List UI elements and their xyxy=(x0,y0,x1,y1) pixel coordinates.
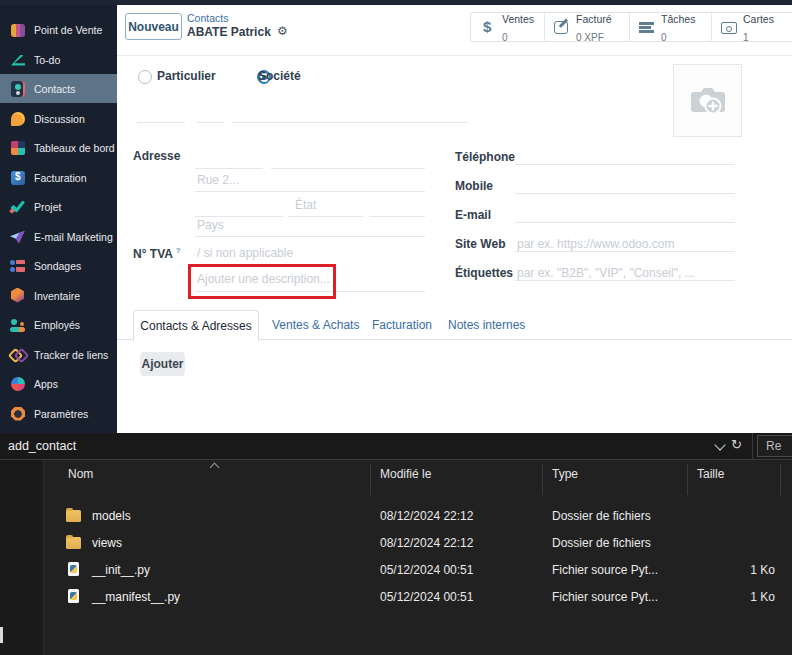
tab-ventes-achats[interactable]: Ventes & Achats xyxy=(272,318,359,332)
sidebar-item-label: Discussion xyxy=(34,113,85,125)
name-extra-input[interactable] xyxy=(197,108,224,123)
sidebar-item-projet[interactable]: Projet xyxy=(0,192,117,221)
sidebar-item-facturation[interactable]: Facturation xyxy=(0,163,117,192)
todo-icon xyxy=(10,52,26,68)
file-modified: 08/12/2024 22:12 xyxy=(380,509,473,523)
name-extra-input-2[interactable] xyxy=(232,108,468,123)
sidebar-item-apps[interactable]: Apps xyxy=(0,369,117,398)
vat-help-badge[interactable]: ? xyxy=(176,246,181,255)
sidebar-item-label: To-do xyxy=(34,54,60,66)
sort-ascending-icon[interactable] xyxy=(210,463,220,473)
sidebar-item-label: Point de Vente xyxy=(34,24,102,36)
city-input[interactable] xyxy=(195,202,283,217)
mobile-label: Mobile xyxy=(455,179,493,193)
sidebar-item-label: Sondages xyxy=(34,260,81,272)
mobile-input[interactable] xyxy=(515,179,735,194)
website-input[interactable] xyxy=(515,237,735,252)
stat-value: 1 xyxy=(743,32,749,43)
zip-input[interactable] xyxy=(369,202,425,217)
sidebar-item-sondages[interactable]: Sondages xyxy=(0,251,117,280)
file-name: __init__.py xyxy=(92,563,150,577)
invoicing-icon xyxy=(10,170,26,186)
tab-contacts-adresses[interactable]: Contacts & Adresses xyxy=(133,310,259,341)
search-input[interactable]: Re xyxy=(757,435,792,457)
contact-photo-placeholder[interactable] xyxy=(673,64,742,137)
sidebar-item-employes[interactable]: Employés xyxy=(0,310,117,339)
column-header-type[interactable]: Type xyxy=(552,467,578,481)
address-label: Adresse xyxy=(133,149,180,163)
country-input[interactable] xyxy=(195,222,425,237)
stat-label: Facturé xyxy=(576,13,612,25)
column-divider[interactable] xyxy=(687,464,688,495)
new-button[interactable]: Nouveau xyxy=(125,13,182,40)
email-input[interactable] xyxy=(515,208,735,223)
addressbar-separator xyxy=(752,433,753,459)
file-row-manifest[interactable]: __manifest__.py 05/12/2024 00:51 Fichier… xyxy=(43,583,792,610)
website-label: Site Web xyxy=(455,237,505,251)
add-button[interactable]: Ajouter xyxy=(140,352,185,376)
file-row-init[interactable]: __init__.py 05/12/2024 00:51 Fichier sou… xyxy=(43,556,792,583)
point-of-sale-icon xyxy=(10,22,26,38)
sidebar-item-parametres[interactable]: Paramètres xyxy=(0,399,117,428)
address-path[interactable]: add_contact xyxy=(8,439,76,453)
sidebar-item-label: Inventaire xyxy=(34,290,80,302)
settings-icon xyxy=(10,406,26,422)
column-header-nom[interactable]: Nom xyxy=(68,467,93,481)
stat-facture[interactable]: Facturé0 XPF xyxy=(545,13,630,41)
discussion-icon xyxy=(10,111,26,127)
vat-label: N° TVA ? xyxy=(133,246,181,261)
sidebar-item-point-de-vente[interactable]: Point de Vente xyxy=(0,15,117,44)
file-explorer: add_contact Re Nom Modifié le Type Taill… xyxy=(0,433,792,655)
column-divider[interactable] xyxy=(370,464,371,495)
file-modified: 05/12/2024 00:51 xyxy=(380,590,473,604)
sidebar-item-tracker-de-liens[interactable]: Tracker de liens xyxy=(0,340,117,369)
tab-notes-internes[interactable]: Notes internes xyxy=(448,318,525,332)
email-marketing-icon xyxy=(10,229,26,245)
breadcrumb-app[interactable]: Contacts xyxy=(187,12,228,24)
radio-societe-label[interactable]: Société xyxy=(258,69,301,83)
odoo-main-area: Nouveau Contacts ABATE Patrick Ventes0 F… xyxy=(117,5,792,433)
stat-cartes[interactable]: Cartes1 xyxy=(712,13,792,41)
street2-input[interactable] xyxy=(195,177,425,192)
sidebar-item-inventaire[interactable]: Inventaire xyxy=(0,281,117,310)
state-input[interactable] xyxy=(288,202,363,217)
tags-input[interactable] xyxy=(515,266,735,281)
sidebar-item-tableaux-de-bord[interactable]: Tableaux de bord xyxy=(0,133,117,162)
tab-facturation[interactable]: Facturation xyxy=(372,318,432,332)
email-label: E-mail xyxy=(455,208,491,222)
column-header-modifie[interactable]: Modifié le xyxy=(380,467,431,481)
company-name-input[interactable] xyxy=(137,108,185,123)
window-edge-highlight xyxy=(0,627,3,643)
camera-add-icon xyxy=(689,85,727,117)
sidebar-item-todo[interactable]: To-do xyxy=(0,45,117,74)
search-text: Re xyxy=(766,439,781,453)
sidebar-item-contacts[interactable]: Contacts xyxy=(0,74,117,103)
sidebar-item-label: Tableaux de bord xyxy=(34,142,115,154)
stat-taches[interactable]: Tâches0 xyxy=(630,13,712,41)
sidebar-item-label: Projet xyxy=(34,201,61,213)
file-size: 1 Ko xyxy=(655,563,775,577)
column-divider[interactable] xyxy=(780,464,781,495)
file-row-models[interactable]: models 08/12/2024 22:12 Dossier de fichi… xyxy=(43,502,792,529)
refresh-icon[interactable] xyxy=(731,437,742,452)
sidebar-item-email-marketing[interactable]: E-mail Marketing xyxy=(0,222,117,251)
column-divider[interactable] xyxy=(542,464,543,495)
stat-ventes[interactable]: Ventes0 xyxy=(471,13,545,41)
file-modified: 05/12/2024 00:51 xyxy=(380,563,473,577)
file-row-views[interactable]: views 08/12/2024 22:12 Dossier de fichie… xyxy=(43,529,792,556)
file-name: views xyxy=(92,536,122,550)
sidebar-item-label: Facturation xyxy=(34,172,87,184)
street-input-2[interactable] xyxy=(271,154,425,169)
gear-icon[interactable] xyxy=(277,24,288,38)
street-input[interactable] xyxy=(195,154,263,169)
project-icon xyxy=(10,199,26,215)
sidebar-item-discussion[interactable]: Discussion xyxy=(0,104,117,133)
sheet-divider xyxy=(117,55,792,56)
column-header-taille[interactable]: Taille xyxy=(697,467,724,481)
phone-input[interactable] xyxy=(515,150,735,165)
radio-particulier[interactable] xyxy=(138,70,152,84)
stat-label: Tâches xyxy=(661,13,695,25)
explorer-address-bar[interactable]: add_contact xyxy=(0,433,792,460)
radio-particulier-label[interactable]: Particulier xyxy=(157,69,216,83)
explorer-nav-pane xyxy=(0,460,44,655)
